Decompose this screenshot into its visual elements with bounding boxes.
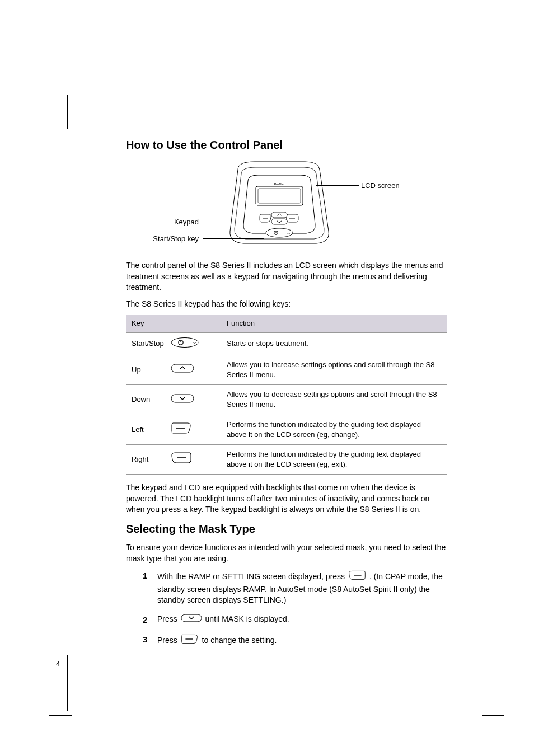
- step-item: 3 Press to change the setting.: [143, 633, 447, 648]
- paragraph-mask-intro: To ensure your device functions as inten…: [126, 542, 447, 564]
- step-text-post: until MASK is displayed.: [205, 614, 289, 623]
- key-function: Performs the function indicated by the g…: [221, 415, 447, 444]
- down-icon: [181, 614, 202, 626]
- crop-mark: [482, 715, 504, 716]
- crop-mark: [49, 715, 72, 716]
- step-text-pre: Press: [157, 635, 180, 644]
- down-icon: [171, 394, 194, 406]
- step-text-pre: With the RAMP or SETTLING screen display…: [157, 572, 347, 581]
- key-function: Starts or stops treatment.: [221, 332, 447, 355]
- table-header-function: Function: [221, 315, 447, 332]
- table-row: Up Allows you to increase settings optio…: [126, 355, 447, 384]
- leader-line: [316, 185, 359, 186]
- device-svg: ResMed S8: [221, 158, 344, 251]
- table-row: Down Allows you to decrease settings opt…: [126, 385, 447, 415]
- table-header-key: Key: [126, 315, 221, 332]
- leader-line: [203, 238, 264, 239]
- step-number: 1: [143, 570, 147, 581]
- section-heading-control-panel: How to Use the Control Panel: [126, 137, 447, 153]
- crop-mark: [49, 91, 72, 91]
- svg-text:S8: S8: [287, 232, 291, 235]
- key-name: Up: [132, 365, 166, 375]
- steps-list: 1 With the RAMP or SETTLING screen displ…: [143, 570, 447, 647]
- left-icon: [181, 633, 199, 648]
- table-row: Start/Stop Starts or stops treatment.: [126, 332, 447, 355]
- key-function: Performs the function indicated by the g…: [221, 444, 447, 474]
- right-icon: [171, 452, 192, 467]
- section-heading-mask-type: Selecting the Mask Type: [126, 521, 447, 537]
- crop-mark: [486, 95, 486, 129]
- step-item: 1 With the RAMP or SETTLING screen displ…: [143, 570, 447, 606]
- crop-mark: [67, 95, 90, 129]
- paragraph-intro1: The control panel of the S8 Series II in…: [126, 260, 447, 293]
- key-function: Allows you to decrease settings options …: [221, 385, 447, 415]
- up-icon: [171, 364, 194, 375]
- step-item: 2 Press until MASK is displayed.: [143, 614, 447, 626]
- table-row: Left Performs the function indicated by …: [126, 415, 447, 444]
- diagram-label-startstop: Start/Stop key: [123, 234, 199, 244]
- step-number: 3: [143, 633, 147, 645]
- crop-mark: [482, 91, 504, 91]
- svg-text:ResMed: ResMed: [274, 182, 285, 186]
- key-function: Allows you to increase settings options …: [221, 355, 447, 384]
- power-icon: [171, 337, 199, 350]
- table-row: Right Performs the function indicated by…: [126, 444, 447, 474]
- page-number: 4: [56, 659, 60, 669]
- key-name: Left: [132, 425, 166, 435]
- step-number: 2: [143, 614, 147, 626]
- step-text-pre: Press: [157, 614, 180, 623]
- paragraph-intro2: The S8 Series II keypad has the followin…: [126, 299, 447, 310]
- step-text-post: to change the setting.: [202, 635, 277, 644]
- key-name: Down: [132, 395, 166, 405]
- key-name: Start/Stop: [132, 339, 166, 349]
- right-icon: [348, 570, 366, 584]
- device-diagram: ResMed S8: [126, 158, 447, 253]
- diagram-label-lcd: LCD screen: [361, 181, 400, 191]
- keys-table: Key Function Start/Stop Starts or stops …: [126, 315, 447, 475]
- crop-mark: [486, 655, 486, 711]
- svg-rect-15: [271, 219, 287, 224]
- crop-mark: [67, 655, 68, 711]
- left-icon: [171, 422, 192, 437]
- document-page: How to Use the Control Panel ResMed: [0, 0, 534, 756]
- key-name: Right: [132, 454, 166, 464]
- diagram-label-keypad: Keypad: [146, 217, 199, 227]
- svg-rect-14: [271, 212, 287, 218]
- svg-rect-10: [258, 189, 301, 203]
- paragraph-outro: The keypad and LCD are equipped with bac…: [126, 482, 447, 515]
- leader-line: [203, 222, 247, 222]
